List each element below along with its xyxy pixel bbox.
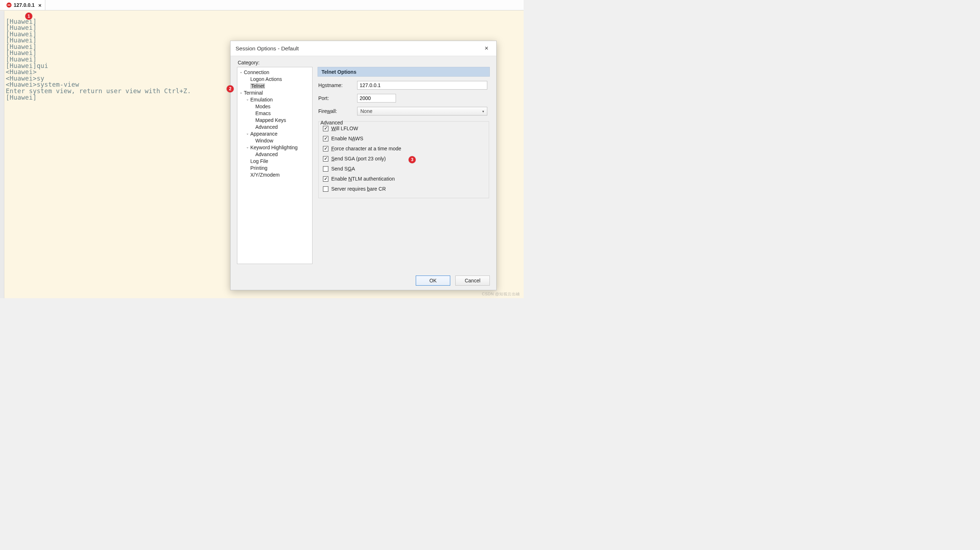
annotation-badge-2: 2 [227, 85, 234, 92]
checkbox-label-enable_ntlm: Enable NTLM authentication [331, 176, 395, 182]
cancel-button[interactable]: Cancel [455, 276, 490, 285]
tree-item-connection[interactable]: ⌄Connection [237, 69, 312, 75]
checkbox-label-enable_naws: Enable NAWS [331, 136, 363, 141]
tree-item-telnet[interactable]: Telnet [237, 82, 312, 89]
tree-item-label: Logon Actions [250, 76, 282, 82]
chevron-down-icon: ⌄ [246, 97, 250, 101]
session-tab[interactable]: 127.0.0.1 × [3, 0, 45, 10]
checkbox-force_char: Force character at a time mode [323, 145, 484, 152]
checkbox-label-will_lflow: Will LFLOW [331, 126, 358, 131]
checkbox-send_sga: Send SGA [323, 166, 484, 172]
tree-item-label: Window [255, 138, 273, 143]
dialog-main: ⌄ConnectionLogon ActionsTelnet⌄Terminal⌄… [237, 67, 490, 271]
tree-item-log-file[interactable]: Log File [237, 158, 312, 164]
chevron-down-icon: ⌄ [240, 70, 244, 74]
annotation-badge-3: 3 [409, 156, 416, 163]
checkbox-label-bare_cr: Server requires bare CR [331, 186, 386, 192]
tree-item-mapped-keys[interactable]: Mapped Keys [237, 116, 312, 123]
advanced-group: Will LFLOWEnable NAWSForce character at … [318, 121, 489, 198]
checkbox-bare_cr: Server requires bare CR [323, 186, 484, 192]
tree-item-keyword-highlighting[interactable]: ⌄Keyword Highlighting [237, 144, 312, 151]
hostname-row: Hostname: [318, 81, 489, 89]
tree-item-label: Printing [250, 165, 267, 171]
chevron-down-icon: ⌄ [246, 145, 250, 149]
chevron-down-icon: ▾ [482, 109, 484, 113]
checkbox-enable_ntlm: Enable NTLM authentication [323, 175, 484, 182]
firewall-select[interactable]: None ▾ [357, 107, 487, 115]
tree-item-printing[interactable]: Printing [237, 164, 312, 171]
checkbox-input-enable_ntlm[interactable] [323, 176, 328, 182]
checkbox-label-send_sga: Send SGA [331, 166, 355, 172]
checkbox-input-enable_naws[interactable] [323, 136, 328, 141]
firewall-value: None [360, 108, 372, 114]
tree-item-label: Modes [255, 104, 270, 109]
ok-button[interactable]: OK [416, 276, 450, 285]
port-label: Port: [318, 95, 357, 101]
tree-item-label: Terminal [244, 90, 263, 96]
dialog-body: Category: ⌄ConnectionLogon ActionsTelnet… [231, 56, 496, 271]
tree-item-terminal[interactable]: ⌄Terminal [237, 89, 312, 96]
checkbox-input-send_sga23[interactable] [323, 156, 328, 161]
tree-item-modes[interactable]: Modes [237, 103, 312, 110]
port-input[interactable] [357, 94, 396, 102]
tree-item-label: Emacs [255, 110, 271, 116]
chevron-down-icon: ⌄ [240, 90, 244, 94]
tab-close-icon[interactable]: × [38, 2, 41, 8]
tab-strip: 127.0.0.1 × [0, 0, 523, 10]
tree-item-emulation[interactable]: ⌄Emulation [237, 96, 312, 103]
category-label: Category: [237, 60, 490, 65]
hostname-input[interactable] [357, 81, 487, 89]
tree-item-label: Connection [244, 69, 269, 75]
terminal-gutter [0, 11, 4, 298]
hostname-label: Hostname: [318, 82, 357, 88]
session-options-dialog: Session Options - Default × Category: ⌄C… [230, 41, 496, 290]
close-icon[interactable]: × [482, 43, 491, 54]
checkbox-input-bare_cr[interactable] [323, 187, 328, 192]
tree-item-label: Appearance [250, 131, 278, 137]
telnet-form: Hostname: Port: Firewall: None ▾ [318, 77, 490, 198]
firewall-row: Firewall: None ▾ [318, 107, 489, 115]
checkbox-input-force_char[interactable] [323, 146, 328, 151]
firewall-label: Firewall: [318, 108, 357, 114]
chevron-down-icon: ⌄ [246, 131, 250, 135]
checkbox-will_lflow: Will LFLOW [323, 125, 484, 132]
tree-item-label: Emulation [250, 97, 273, 102]
tree-item-label: Mapped Keys [255, 117, 286, 123]
tree-item-advanced[interactable]: Advanced [237, 123, 312, 130]
tree-item-label: Advanced [255, 124, 278, 130]
checkbox-send_sga23: Send SGA (port 23 only) [323, 155, 484, 162]
options-panel: Telnet Options Hostname: Port: Firewall: [318, 67, 490, 271]
dialog-titlebar: Session Options - Default × [231, 41, 496, 56]
tree-item-label: Keyword Highlighting [250, 145, 298, 150]
port-row: Port: [318, 94, 489, 102]
tree-item-advanced[interactable]: Advanced [237, 151, 312, 158]
checkbox-input-send_sga[interactable] [323, 166, 328, 172]
category-tree[interactable]: ⌄ConnectionLogon ActionsTelnet⌄Terminal⌄… [237, 67, 312, 264]
tab-title: 127.0.0.1 [14, 2, 35, 8]
tree-item-appearance[interactable]: ⌄Appearance [237, 130, 312, 137]
tree-item-label: Telnet [250, 83, 265, 89]
watermark: CSDN @知狐云出岫 [482, 292, 520, 297]
tree-item-logon-actions[interactable]: Logon Actions [237, 75, 312, 82]
disconnect-icon [6, 3, 11, 8]
tree-item-label: Log File [250, 158, 268, 164]
panel-header: Telnet Options [318, 67, 490, 77]
checkbox-input-will_lflow[interactable] [323, 126, 328, 131]
checkbox-enable_naws: Enable NAWS [323, 135, 484, 142]
app-window: 127.0.0.1 × [Huawei] [Huawei] [Huawei] [… [0, 0, 523, 298]
checkbox-label-force_char: Force character at a time mode [331, 146, 401, 151]
dialog-title: Session Options - Default [235, 45, 299, 52]
tree-item-window[interactable]: Window [237, 137, 312, 144]
tree-item-x-y-zmodem[interactable]: X/Y/Zmodem [237, 171, 312, 178]
tree-item-label: Advanced [255, 151, 278, 157]
checkbox-label-send_sga23: Send SGA (port 23 only) [331, 156, 386, 161]
dialog-footer: OK Cancel [231, 271, 496, 290]
tree-item-emacs[interactable]: Emacs [237, 110, 312, 116]
tree-item-label: X/Y/Zmodem [250, 172, 280, 178]
annotation-badge-1: 1 [25, 13, 32, 20]
